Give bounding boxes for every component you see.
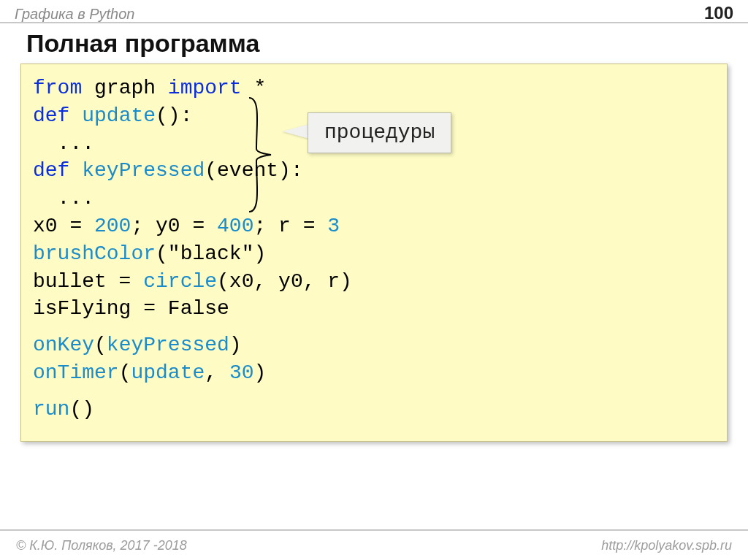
header-title: Графика в Python bbox=[15, 6, 134, 23]
code-line-11: onTimer(update, 30) bbox=[33, 359, 715, 387]
code-line-6: x0 = 200; y0 = 400; r = 3 bbox=[33, 212, 715, 240]
code-line-8: bullet = circle(x0, y0, r) bbox=[33, 268, 715, 296]
code-line-5: ... bbox=[33, 185, 715, 212]
slide-footer: © К.Ю. Поляков, 2017 -2018 http://kpolya… bbox=[0, 529, 748, 560]
code-line-10: onKey(keyPressed) bbox=[33, 331, 715, 359]
slide-header: Графика в Python 100 bbox=[0, 0, 748, 23]
code-line-1: from graph import * bbox=[33, 74, 715, 102]
code-block: from graph import * def update(): ... de… bbox=[20, 64, 728, 442]
keyword-def: def bbox=[33, 104, 69, 127]
footer-copyright: © К.Ю. Поляков, 2017 -2018 bbox=[16, 538, 187, 553]
keyword-import: import bbox=[168, 77, 242, 99]
slide-title: Полная программа bbox=[0, 23, 748, 64]
code-line-4: def keyPressed(event): bbox=[33, 157, 715, 185]
brace-icon bbox=[246, 96, 272, 213]
keyword-from: from bbox=[33, 77, 82, 99]
callout-tail-icon bbox=[283, 124, 309, 139]
code-line-9: isFlying = False bbox=[33, 295, 715, 323]
callout-label: процедуры bbox=[308, 112, 451, 153]
keyword-def: def bbox=[33, 159, 69, 182]
footer-url: http://kpolyakov.spb.ru bbox=[601, 538, 732, 553]
code-line-12: run() bbox=[33, 396, 715, 423]
code-line-7: brushColor("black") bbox=[33, 240, 715, 268]
page-number: 100 bbox=[704, 3, 733, 23]
